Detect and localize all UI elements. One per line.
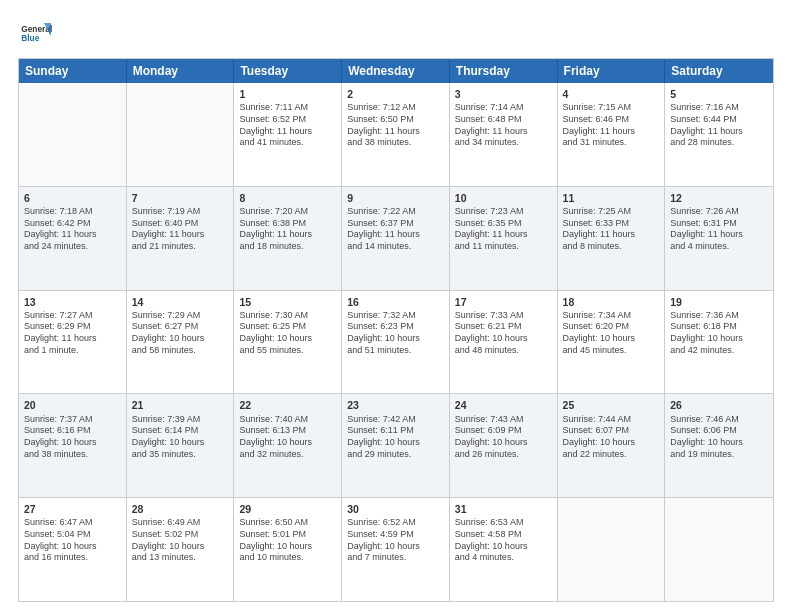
calendar-header: SundayMondayTuesdayWednesdayThursdayFrid…	[19, 59, 773, 83]
day-cell-19: 19Sunrise: 7:36 AM Sunset: 6:18 PM Dayli…	[665, 291, 773, 394]
day-number: 21	[132, 398, 229, 412]
cell-info: Sunrise: 7:18 AM Sunset: 6:42 PM Dayligh…	[24, 206, 121, 253]
calendar-row: 20Sunrise: 7:37 AM Sunset: 6:16 PM Dayli…	[19, 393, 773, 497]
day-number: 22	[239, 398, 336, 412]
cell-info: Sunrise: 7:36 AM Sunset: 6:18 PM Dayligh…	[670, 310, 768, 357]
cell-info: Sunrise: 7:26 AM Sunset: 6:31 PM Dayligh…	[670, 206, 768, 253]
empty-cell	[127, 83, 235, 186]
day-number: 12	[670, 191, 768, 205]
cell-info: Sunrise: 7:32 AM Sunset: 6:23 PM Dayligh…	[347, 310, 444, 357]
day-cell-24: 24Sunrise: 7:43 AM Sunset: 6:09 PM Dayli…	[450, 394, 558, 497]
calendar-row: 27Sunrise: 6:47 AM Sunset: 5:04 PM Dayli…	[19, 497, 773, 601]
day-number: 29	[239, 502, 336, 516]
empty-cell	[19, 83, 127, 186]
day-number: 15	[239, 295, 336, 309]
cell-info: Sunrise: 7:14 AM Sunset: 6:48 PM Dayligh…	[455, 102, 552, 149]
header-day-saturday: Saturday	[665, 59, 773, 83]
day-cell-14: 14Sunrise: 7:29 AM Sunset: 6:27 PM Dayli…	[127, 291, 235, 394]
day-cell-3: 3Sunrise: 7:14 AM Sunset: 6:48 PM Daylig…	[450, 83, 558, 186]
day-cell-22: 22Sunrise: 7:40 AM Sunset: 6:13 PM Dayli…	[234, 394, 342, 497]
day-number: 23	[347, 398, 444, 412]
day-number: 8	[239, 191, 336, 205]
day-cell-26: 26Sunrise: 7:46 AM Sunset: 6:06 PM Dayli…	[665, 394, 773, 497]
day-number: 10	[455, 191, 552, 205]
day-cell-27: 27Sunrise: 6:47 AM Sunset: 5:04 PM Dayli…	[19, 498, 127, 601]
cell-info: Sunrise: 7:22 AM Sunset: 6:37 PM Dayligh…	[347, 206, 444, 253]
day-cell-20: 20Sunrise: 7:37 AM Sunset: 6:16 PM Dayli…	[19, 394, 127, 497]
day-number: 6	[24, 191, 121, 205]
header-day-thursday: Thursday	[450, 59, 558, 83]
cell-info: Sunrise: 7:12 AM Sunset: 6:50 PM Dayligh…	[347, 102, 444, 149]
cell-info: Sunrise: 7:30 AM Sunset: 6:25 PM Dayligh…	[239, 310, 336, 357]
cell-info: Sunrise: 6:50 AM Sunset: 5:01 PM Dayligh…	[239, 517, 336, 564]
day-number: 20	[24, 398, 121, 412]
day-number: 13	[24, 295, 121, 309]
cell-info: Sunrise: 6:53 AM Sunset: 4:58 PM Dayligh…	[455, 517, 552, 564]
day-number: 26	[670, 398, 768, 412]
cell-info: Sunrise: 7:44 AM Sunset: 6:07 PM Dayligh…	[563, 414, 660, 461]
header-day-friday: Friday	[558, 59, 666, 83]
day-number: 9	[347, 191, 444, 205]
day-number: 24	[455, 398, 552, 412]
cell-info: Sunrise: 7:37 AM Sunset: 6:16 PM Dayligh…	[24, 414, 121, 461]
day-cell-17: 17Sunrise: 7:33 AM Sunset: 6:21 PM Dayli…	[450, 291, 558, 394]
day-number: 1	[239, 87, 336, 101]
day-cell-12: 12Sunrise: 7:26 AM Sunset: 6:31 PM Dayli…	[665, 187, 773, 290]
day-cell-16: 16Sunrise: 7:32 AM Sunset: 6:23 PM Dayli…	[342, 291, 450, 394]
day-cell-30: 30Sunrise: 6:52 AM Sunset: 4:59 PM Dayli…	[342, 498, 450, 601]
cell-info: Sunrise: 7:40 AM Sunset: 6:13 PM Dayligh…	[239, 414, 336, 461]
calendar-row: 13Sunrise: 7:27 AM Sunset: 6:29 PM Dayli…	[19, 290, 773, 394]
header-day-tuesday: Tuesday	[234, 59, 342, 83]
cell-info: Sunrise: 7:43 AM Sunset: 6:09 PM Dayligh…	[455, 414, 552, 461]
day-number: 2	[347, 87, 444, 101]
day-cell-8: 8Sunrise: 7:20 AM Sunset: 6:38 PM Daylig…	[234, 187, 342, 290]
cell-info: Sunrise: 7:42 AM Sunset: 6:11 PM Dayligh…	[347, 414, 444, 461]
empty-cell	[665, 498, 773, 601]
calendar-row: 1Sunrise: 7:11 AM Sunset: 6:52 PM Daylig…	[19, 83, 773, 186]
page: General Blue SundayMondayTuesdayWednesda…	[0, 0, 792, 612]
header: General Blue	[18, 18, 774, 50]
cell-info: Sunrise: 7:39 AM Sunset: 6:14 PM Dayligh…	[132, 414, 229, 461]
day-number: 16	[347, 295, 444, 309]
cell-info: Sunrise: 7:23 AM Sunset: 6:35 PM Dayligh…	[455, 206, 552, 253]
cell-info: Sunrise: 6:49 AM Sunset: 5:02 PM Dayligh…	[132, 517, 229, 564]
day-number: 14	[132, 295, 229, 309]
svg-text:Blue: Blue	[21, 33, 39, 43]
day-cell-13: 13Sunrise: 7:27 AM Sunset: 6:29 PM Dayli…	[19, 291, 127, 394]
day-number: 11	[563, 191, 660, 205]
day-number: 4	[563, 87, 660, 101]
cell-info: Sunrise: 7:11 AM Sunset: 6:52 PM Dayligh…	[239, 102, 336, 149]
day-number: 31	[455, 502, 552, 516]
header-day-wednesday: Wednesday	[342, 59, 450, 83]
calendar-row: 6Sunrise: 7:18 AM Sunset: 6:42 PM Daylig…	[19, 186, 773, 290]
day-cell-4: 4Sunrise: 7:15 AM Sunset: 6:46 PM Daylig…	[558, 83, 666, 186]
cell-info: Sunrise: 7:33 AM Sunset: 6:21 PM Dayligh…	[455, 310, 552, 357]
day-cell-18: 18Sunrise: 7:34 AM Sunset: 6:20 PM Dayli…	[558, 291, 666, 394]
calendar-body: 1Sunrise: 7:11 AM Sunset: 6:52 PM Daylig…	[19, 83, 773, 601]
day-cell-15: 15Sunrise: 7:30 AM Sunset: 6:25 PM Dayli…	[234, 291, 342, 394]
day-cell-11: 11Sunrise: 7:25 AM Sunset: 6:33 PM Dayli…	[558, 187, 666, 290]
day-number: 19	[670, 295, 768, 309]
day-cell-23: 23Sunrise: 7:42 AM Sunset: 6:11 PM Dayli…	[342, 394, 450, 497]
day-number: 3	[455, 87, 552, 101]
cell-info: Sunrise: 7:20 AM Sunset: 6:38 PM Dayligh…	[239, 206, 336, 253]
header-day-monday: Monday	[127, 59, 235, 83]
cell-info: Sunrise: 7:19 AM Sunset: 6:40 PM Dayligh…	[132, 206, 229, 253]
day-number: 18	[563, 295, 660, 309]
day-number: 25	[563, 398, 660, 412]
day-cell-25: 25Sunrise: 7:44 AM Sunset: 6:07 PM Dayli…	[558, 394, 666, 497]
day-cell-28: 28Sunrise: 6:49 AM Sunset: 5:02 PM Dayli…	[127, 498, 235, 601]
calendar: SundayMondayTuesdayWednesdayThursdayFrid…	[18, 58, 774, 602]
cell-info: Sunrise: 7:29 AM Sunset: 6:27 PM Dayligh…	[132, 310, 229, 357]
cell-info: Sunrise: 7:34 AM Sunset: 6:20 PM Dayligh…	[563, 310, 660, 357]
cell-info: Sunrise: 7:27 AM Sunset: 6:29 PM Dayligh…	[24, 310, 121, 357]
day-number: 7	[132, 191, 229, 205]
day-number: 17	[455, 295, 552, 309]
cell-info: Sunrise: 6:52 AM Sunset: 4:59 PM Dayligh…	[347, 517, 444, 564]
cell-info: Sunrise: 7:46 AM Sunset: 6:06 PM Dayligh…	[670, 414, 768, 461]
cell-info: Sunrise: 6:47 AM Sunset: 5:04 PM Dayligh…	[24, 517, 121, 564]
header-day-sunday: Sunday	[19, 59, 127, 83]
cell-info: Sunrise: 7:15 AM Sunset: 6:46 PM Dayligh…	[563, 102, 660, 149]
day-number: 28	[132, 502, 229, 516]
day-cell-2: 2Sunrise: 7:12 AM Sunset: 6:50 PM Daylig…	[342, 83, 450, 186]
